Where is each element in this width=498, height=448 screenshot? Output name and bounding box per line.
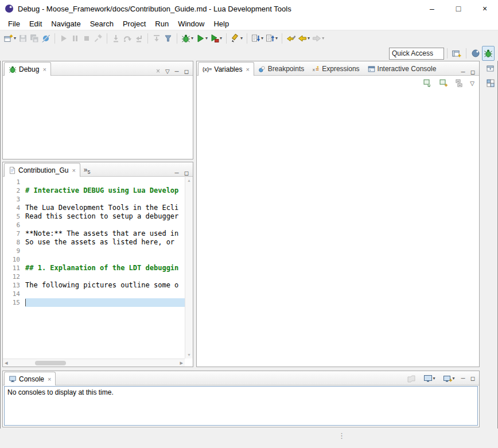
tab-debug[interactable]: Debug × (4, 62, 51, 76)
debug-view-body[interactable] (3, 76, 193, 159)
run-button[interactable]: ▾ (194, 32, 209, 45)
quick-access-input[interactable]: Quick Access (389, 48, 444, 60)
minimized-palette-icon[interactable] (486, 79, 495, 88)
save-all-button[interactable] (29, 32, 40, 45)
tab-variables[interactable]: (x)= Variables × (198, 62, 254, 76)
forward-dropdown-icon[interactable]: ▾ (322, 36, 324, 41)
editor-line[interactable]: 9 (3, 247, 185, 255)
editor-horizontal-scrollbar[interactable]: ◂ ▸ (3, 359, 185, 367)
tab-console[interactable]: Console × (4, 372, 56, 385)
editor-line[interactable]: 12 (3, 272, 185, 281)
debug-button[interactable]: ▾ (180, 32, 194, 45)
view-menu-icon[interactable]: ▽ (470, 80, 474, 87)
minimize-icon[interactable]: ─ (175, 68, 179, 75)
drop-to-frame-button[interactable] (151, 32, 162, 45)
variables-view-body[interactable] (197, 91, 479, 367)
external-tools-button[interactable]: ▾ (209, 32, 223, 45)
window-maximize-button[interactable]: □ (445, 0, 472, 17)
editor-line[interactable]: 5 Read this section to setup a debugger (3, 212, 185, 221)
editor-line[interactable]: 8 So use the assets as listed here, or (3, 238, 185, 247)
step-return-button[interactable] (133, 32, 145, 45)
menu-item[interactable]: Edit (25, 18, 46, 30)
suspend-button[interactable] (69, 32, 81, 45)
maximize-icon[interactable]: ◻ (184, 170, 189, 176)
maximize-icon[interactable]: ◻ (184, 68, 189, 75)
editor-line[interactable]: 14 (3, 290, 185, 298)
editor-vertical-scrollbar[interactable]: ▲ ▼ (185, 177, 193, 359)
menu-item[interactable]: Search (85, 18, 118, 30)
show-logical-structure-button[interactable] (438, 77, 449, 90)
maximize-icon[interactable]: ◻ (470, 69, 475, 75)
open-console-button[interactable]: ▾ (442, 372, 456, 385)
editor-line[interactable]: 3 (3, 195, 185, 204)
console-output[interactable]: No consoles to display at this time. (4, 386, 478, 426)
window-close-button[interactable]: × (472, 0, 498, 17)
new-wizard-dropdown-icon[interactable]: ▾ (14, 36, 16, 41)
debug-perspective-button[interactable] (482, 46, 495, 61)
editor-tab-overflow-button[interactable]: » 5 (80, 165, 94, 176)
editor-line[interactable]: 11 ## 1. Explanation of the LDT debuggin (3, 264, 185, 272)
open-perspective-button[interactable] (450, 46, 463, 61)
step-filters-button[interactable] (162, 32, 174, 45)
drag-handle-icon[interactable]: ⋮ (338, 431, 345, 440)
new-wizard-button[interactable]: ▾ (3, 32, 17, 45)
skip-breakpoints-button[interactable] (40, 32, 52, 45)
menu-item[interactable]: Navigate (46, 18, 85, 30)
last-edit-location-button[interactable] (285, 32, 297, 45)
close-icon[interactable]: × (48, 376, 51, 383)
step-into-button[interactable] (110, 32, 122, 45)
editor-line[interactable]: 6 (3, 221, 185, 229)
menu-item[interactable]: File (3, 18, 25, 30)
previous-annotation-button[interactable]: ▾ (264, 32, 279, 45)
mark-occurrences-dropdown-icon[interactable]: ▾ (240, 36, 243, 41)
back-button[interactable]: ▾ (297, 32, 311, 45)
run-dropdown-icon[interactable]: ▾ (205, 36, 208, 41)
terminate-button[interactable] (81, 32, 92, 45)
editor-line[interactable]: 1 (3, 178, 185, 186)
save-button[interactable] (17, 32, 29, 45)
debug-dropdown-icon[interactable]: ▾ (191, 36, 193, 41)
menu-item[interactable]: Project (118, 18, 150, 30)
previous-annotation-dropdown-icon[interactable]: ▾ (275, 36, 278, 41)
minimized-view-restore-icon[interactable] (486, 64, 495, 73)
resume-button[interactable] (58, 32, 69, 45)
maximize-icon[interactable]: ◻ (470, 375, 475, 381)
remove-terminated-icon[interactable]: × (156, 67, 160, 75)
menu-item[interactable]: Window (173, 18, 209, 30)
minimize-icon[interactable]: ─ (175, 170, 179, 176)
close-icon[interactable]: × (42, 66, 46, 73)
display-console-button[interactable]: ▾ (422, 372, 437, 385)
next-annotation-button[interactable]: ▾ (250, 32, 264, 45)
disconnect-button[interactable] (92, 32, 104, 45)
open-console-dropdown-icon[interactable]: ▾ (453, 376, 455, 381)
display-console-dropdown-icon[interactable]: ▾ (433, 376, 435, 381)
minimize-icon[interactable]: ─ (461, 375, 465, 381)
lua-perspective-button[interactable] (469, 46, 482, 61)
show-type-names-button[interactable] (422, 77, 433, 90)
tab-contribution-guide[interactable]: Contribution_Gu × (4, 163, 80, 177)
minimize-icon[interactable]: ─ (461, 69, 465, 75)
tab-interactive-console[interactable]: Interactive Console (364, 63, 441, 75)
collapse-all-button[interactable] (454, 77, 465, 90)
scroll-left-icon[interactable]: ◂ (5, 359, 8, 367)
editor-line[interactable]: 2 # Interactive DEBUG using Lua Develop (3, 186, 185, 195)
external-tools-dropdown-icon[interactable]: ▾ (220, 36, 222, 41)
scroll-right-icon[interactable]: ▸ (180, 359, 183, 367)
scrollbar-thumb[interactable] (35, 361, 66, 365)
editor-line[interactable]: 13 The following pictures outline some o (3, 281, 185, 290)
editor-line[interactable]: 4 The Lua Development Tools in the Ecli (3, 204, 185, 212)
editor-line[interactable]: 7 **Note:** The assets that are used in (3, 229, 185, 238)
tab-expressions[interactable]: x Expressions (308, 63, 363, 75)
editor-line[interactable]: 10 (3, 255, 185, 264)
forward-button[interactable]: ▾ (311, 32, 325, 45)
tab-breakpoints[interactable]: Breakpoints (254, 63, 308, 75)
close-icon[interactable]: × (72, 167, 75, 174)
mark-occurrences-button[interactable]: ▾ (229, 32, 244, 45)
editor-text-area[interactable]: 1 2 # Interactive DEBUG using Lua Develo… (3, 177, 185, 359)
back-dropdown-icon[interactable]: ▾ (308, 36, 310, 41)
scroll-down-icon[interactable]: ▼ (187, 353, 191, 357)
step-over-button[interactable] (122, 32, 133, 45)
next-annotation-dropdown-icon[interactable]: ▾ (261, 36, 263, 41)
scroll-up-icon[interactable]: ▲ (187, 178, 191, 182)
close-icon[interactable]: × (246, 66, 249, 73)
